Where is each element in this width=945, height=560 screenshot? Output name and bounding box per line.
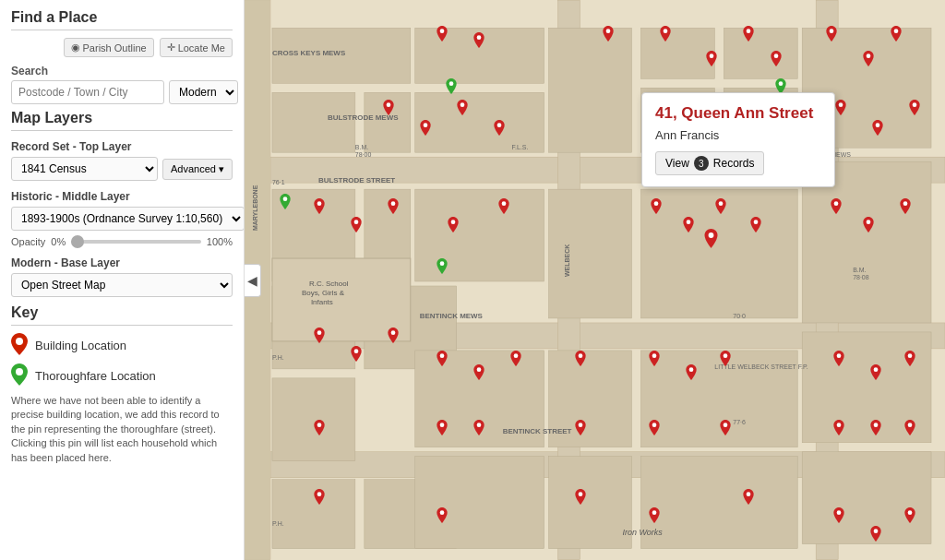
svg-rect-39 bbox=[802, 452, 931, 544]
svg-rect-11 bbox=[272, 92, 355, 152]
key-section: Key Building Location Thoroughfare Locat… bbox=[11, 304, 233, 465]
svg-text:BENTINCK MEWS: BENTINCK MEWS bbox=[420, 312, 483, 320]
svg-rect-16 bbox=[640, 28, 714, 78]
map-popup: 41, Queen Ann Street Ann Francis View 3 … bbox=[641, 92, 835, 187]
collapse-panel-button[interactable]: ◀ bbox=[245, 264, 261, 297]
historic-select[interactable]: 1893-1900s (Ordnance Survey 1:10,560) 18… bbox=[11, 207, 245, 231]
svg-text:Boys, Girls &: Boys, Girls & bbox=[302, 289, 345, 297]
svg-rect-40 bbox=[272, 258, 411, 341]
svg-text:BENTINCK STREET: BENTINCK STREET bbox=[503, 427, 572, 435]
find-place-title: Find a Place bbox=[11, 9, 233, 30]
svg-rect-17 bbox=[724, 28, 797, 78]
map-layers-title: Map Layers bbox=[11, 110, 233, 131]
search-label: Search bbox=[11, 65, 233, 77]
svg-rect-32 bbox=[802, 332, 931, 443]
svg-text:MARYLEBONE: MARYLEBONE bbox=[252, 185, 258, 231]
svg-text:CROSS KEYS MEWS: CROSS KEYS MEWS bbox=[272, 49, 345, 57]
record-set-label: Record Set - Top Layer bbox=[11, 140, 233, 153]
building-location-pin bbox=[11, 333, 28, 358]
locate-me-button[interactable]: ✛ Locate Me bbox=[160, 38, 233, 57]
popup-person-name: Ann Francis bbox=[655, 128, 821, 142]
thoroughfare-location-pin bbox=[11, 363, 28, 388]
svg-rect-24 bbox=[549, 189, 632, 318]
svg-text:Infants: Infants bbox=[311, 298, 333, 306]
svg-text:76·1: 76·1 bbox=[272, 179, 285, 185]
find-place-section: Find a Place ◉ Parish Outline ✛ Locate M… bbox=[11, 9, 233, 104]
svg-rect-15 bbox=[549, 28, 632, 152]
search-mode-select[interactable]: Modern Historic bbox=[169, 80, 238, 104]
svg-text:78·00: 78·00 bbox=[355, 151, 372, 158]
svg-rect-13 bbox=[415, 28, 544, 83]
svg-rect-34 bbox=[272, 480, 355, 549]
historic-label: Historic - Middle Layer bbox=[11, 190, 233, 203]
svg-text:78·08: 78·08 bbox=[853, 274, 869, 280]
svg-text:77·6: 77·6 bbox=[733, 419, 746, 425]
locate-me-icon: ✛ bbox=[167, 42, 175, 54]
svg-point-1 bbox=[16, 368, 23, 375]
thoroughfare-description: Where we have not been able to identify … bbox=[11, 394, 233, 465]
svg-text:LITTLE WELBECK STREET F.P.: LITTLE WELBECK STREET F.P. bbox=[714, 363, 807, 370]
opacity-label: Opacity bbox=[11, 236, 45, 247]
building-location-item: Building Location bbox=[11, 333, 233, 358]
map-layers-section: Map Layers Record Set - Top Layer 1841 C… bbox=[11, 110, 233, 304]
thoroughfare-location-item: Thoroughfare Location bbox=[11, 363, 233, 388]
svg-text:WELBECK: WELBECK bbox=[564, 244, 570, 277]
opacity-min: 0% bbox=[51, 236, 66, 247]
left-panel: Find a Place ◉ Parish Outline ✛ Locate M… bbox=[0, 0, 245, 560]
records-count-badge: 3 bbox=[694, 156, 709, 171]
svg-point-0 bbox=[16, 338, 23, 345]
svg-text:P.H.: P.H. bbox=[272, 354, 284, 361]
records-label: Records bbox=[713, 157, 755, 170]
search-input[interactable] bbox=[11, 80, 164, 104]
svg-text:B.M.: B.M. bbox=[853, 267, 866, 273]
svg-text:F.L.S.: F.L.S. bbox=[512, 144, 529, 150]
modern-label: Modern - Base Layer bbox=[11, 256, 233, 269]
opacity-max: 100% bbox=[207, 236, 233, 247]
svg-text:70·0: 70·0 bbox=[733, 313, 746, 319]
advanced-button[interactable]: Advanced ▾ bbox=[162, 159, 233, 180]
building-location-label: Building Location bbox=[35, 339, 126, 352]
view-records-button[interactable]: View 3 Records bbox=[655, 151, 764, 175]
map-area[interactable]: R.C. School Boys, Girls & Infants CROSS … bbox=[245, 0, 945, 560]
svg-text:Iron Works: Iron Works bbox=[622, 528, 663, 537]
svg-text:B.M.: B.M. bbox=[355, 144, 368, 150]
svg-text:BULSTRODE MEWS: BULSTRODE MEWS bbox=[328, 113, 399, 122]
svg-text:R.C. School: R.C. School bbox=[309, 280, 349, 288]
svg-rect-38 bbox=[640, 457, 797, 549]
svg-rect-36 bbox=[415, 457, 544, 549]
svg-text:BULSTRODE STREET: BULSTRODE STREET bbox=[318, 176, 395, 185]
map-background: R.C. School Boys, Girls & Infants CROSS … bbox=[245, 0, 945, 560]
svg-rect-23 bbox=[415, 189, 544, 281]
svg-rect-33 bbox=[272, 378, 355, 461]
svg-rect-12 bbox=[365, 92, 411, 152]
key-title: Key bbox=[11, 304, 233, 326]
svg-rect-25 bbox=[640, 189, 797, 318]
svg-text:P.H.: P.H. bbox=[272, 520, 284, 527]
opacity-slider[interactable] bbox=[71, 240, 201, 244]
svg-rect-37 bbox=[549, 457, 632, 549]
record-set-select[interactable]: 1841 Census 1851 Census bbox=[11, 157, 158, 181]
parish-outline-button[interactable]: ◉ Parish Outline bbox=[64, 38, 154, 57]
view-label: View bbox=[665, 157, 689, 170]
popup-title: 41, Queen Ann Street bbox=[655, 104, 821, 123]
parish-outline-icon: ◉ bbox=[71, 42, 80, 54]
modern-select[interactable]: Open Street Map Satellite bbox=[11, 273, 233, 297]
thoroughfare-location-label: Thoroughfare Location bbox=[35, 369, 156, 383]
